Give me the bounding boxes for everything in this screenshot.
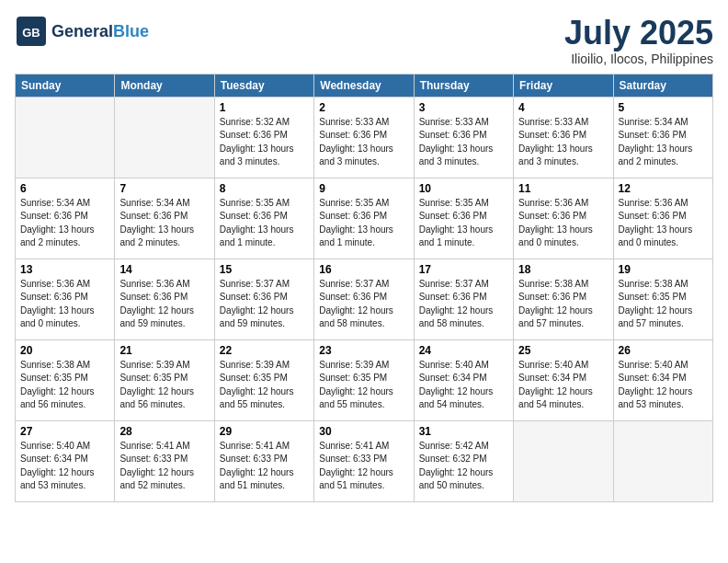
week-row-3: 13Sunrise: 5:36 AM Sunset: 6:36 PM Dayli… <box>16 259 713 339</box>
header-friday: Friday <box>514 74 613 97</box>
day-info: Sunrise: 5:41 AM Sunset: 6:33 PM Dayligh… <box>119 440 209 493</box>
day-info: Sunrise: 5:41 AM Sunset: 6:33 PM Dayligh… <box>220 440 309 493</box>
day-info: Sunrise: 5:34 AM Sunset: 6:36 PM Dayligh… <box>619 116 708 169</box>
calendar-cell: 2Sunrise: 5:33 AM Sunset: 6:36 PM Daylig… <box>314 97 414 178</box>
day-info: Sunrise: 5:35 AM Sunset: 6:36 PM Dayligh… <box>220 197 309 250</box>
calendar-cell <box>613 420 712 501</box>
day-number: 15 <box>220 263 309 276</box>
day-info: Sunrise: 5:39 AM Sunset: 6:35 PM Dayligh… <box>220 359 309 412</box>
calendar-cell: 29Sunrise: 5:41 AM Sunset: 6:33 PM Dayli… <box>214 420 313 501</box>
day-info: Sunrise: 5:34 AM Sunset: 6:36 PM Dayligh… <box>20 197 109 250</box>
day-info: Sunrise: 5:35 AM Sunset: 6:36 PM Dayligh… <box>319 197 408 250</box>
day-info: Sunrise: 5:37 AM Sunset: 6:36 PM Dayligh… <box>220 278 309 331</box>
week-row-4: 20Sunrise: 5:38 AM Sunset: 6:35 PM Dayli… <box>16 339 713 420</box>
day-number: 10 <box>419 182 508 195</box>
day-info: Sunrise: 5:36 AM Sunset: 6:36 PM Dayligh… <box>619 197 708 250</box>
logo-blue-text: Blue <box>113 22 149 40</box>
calendar-cell: 30Sunrise: 5:41 AM Sunset: 6:33 PM Dayli… <box>314 420 414 501</box>
day-number: 26 <box>619 344 708 357</box>
day-info: Sunrise: 5:41 AM Sunset: 6:33 PM Dayligh… <box>319 440 408 493</box>
calendar-cell: 16Sunrise: 5:37 AM Sunset: 6:36 PM Dayli… <box>314 259 414 339</box>
header-wednesday: Wednesday <box>314 74 414 97</box>
calendar-cell: 19Sunrise: 5:38 AM Sunset: 6:35 PM Dayli… <box>613 259 712 339</box>
location-text: Ilioilio, Ilocos, Philippines <box>564 52 713 66</box>
day-info: Sunrise: 5:40 AM Sunset: 6:34 PM Dayligh… <box>619 359 708 412</box>
day-number: 9 <box>319 182 408 195</box>
day-number: 24 <box>419 344 508 357</box>
calendar-cell: 8Sunrise: 5:35 AM Sunset: 6:36 PM Daylig… <box>214 178 313 259</box>
day-info: Sunrise: 5:42 AM Sunset: 6:32 PM Dayligh… <box>419 440 508 493</box>
logo-icon: GB <box>15 15 48 48</box>
calendar-cell: 20Sunrise: 5:38 AM Sunset: 6:35 PM Dayli… <box>16 339 115 420</box>
day-number: 30 <box>319 425 408 438</box>
page-header: GB GeneralBlue July 2025 Ilioilio, Iloco… <box>15 15 713 66</box>
calendar-cell: 1Sunrise: 5:32 AM Sunset: 6:36 PM Daylig… <box>214 97 313 178</box>
day-info: Sunrise: 5:33 AM Sunset: 6:36 PM Dayligh… <box>518 116 608 169</box>
day-info: Sunrise: 5:39 AM Sunset: 6:35 PM Dayligh… <box>319 359 408 412</box>
title-area: July 2025 Ilioilio, Ilocos, Philippines <box>564 15 713 66</box>
day-number: 17 <box>419 263 508 276</box>
day-number: 16 <box>319 263 408 276</box>
day-info: Sunrise: 5:36 AM Sunset: 6:36 PM Dayligh… <box>20 278 109 331</box>
day-info: Sunrise: 5:39 AM Sunset: 6:35 PM Dayligh… <box>119 359 209 412</box>
day-info: Sunrise: 5:36 AM Sunset: 6:36 PM Dayligh… <box>119 278 209 331</box>
day-number: 12 <box>619 182 708 195</box>
calendar-cell: 15Sunrise: 5:37 AM Sunset: 6:36 PM Dayli… <box>214 259 313 339</box>
day-number: 11 <box>518 182 608 195</box>
calendar-cell: 22Sunrise: 5:39 AM Sunset: 6:35 PM Dayli… <box>214 339 313 420</box>
day-number: 21 <box>119 344 209 357</box>
day-info: Sunrise: 5:38 AM Sunset: 6:35 PM Dayligh… <box>619 278 708 331</box>
week-row-1: 1Sunrise: 5:32 AM Sunset: 6:36 PM Daylig… <box>16 97 713 178</box>
day-info: Sunrise: 5:36 AM Sunset: 6:36 PM Dayligh… <box>518 197 608 250</box>
day-info: Sunrise: 5:35 AM Sunset: 6:36 PM Dayligh… <box>419 197 508 250</box>
calendar-cell <box>115 97 214 178</box>
day-number: 2 <box>319 101 408 114</box>
header-tuesday: Tuesday <box>214 74 313 97</box>
day-number: 1 <box>220 101 309 114</box>
header-sunday: Sunday <box>16 74 115 97</box>
day-number: 5 <box>619 101 708 114</box>
calendar-cell: 28Sunrise: 5:41 AM Sunset: 6:33 PM Dayli… <box>115 420 214 501</box>
day-info: Sunrise: 5:40 AM Sunset: 6:34 PM Dayligh… <box>20 440 109 493</box>
calendar-cell: 10Sunrise: 5:35 AM Sunset: 6:36 PM Dayli… <box>414 178 513 259</box>
day-number: 3 <box>419 101 508 114</box>
day-number: 6 <box>20 182 109 195</box>
day-info: Sunrise: 5:32 AM Sunset: 6:36 PM Dayligh… <box>220 116 309 169</box>
day-number: 14 <box>119 263 209 276</box>
calendar-cell: 25Sunrise: 5:40 AM Sunset: 6:34 PM Dayli… <box>514 339 613 420</box>
calendar-cell: 9Sunrise: 5:35 AM Sunset: 6:36 PM Daylig… <box>314 178 414 259</box>
calendar-cell: 4Sunrise: 5:33 AM Sunset: 6:36 PM Daylig… <box>514 97 613 178</box>
day-info: Sunrise: 5:37 AM Sunset: 6:36 PM Dayligh… <box>319 278 408 331</box>
calendar-cell: 14Sunrise: 5:36 AM Sunset: 6:36 PM Dayli… <box>115 259 214 339</box>
calendar-cell: 17Sunrise: 5:37 AM Sunset: 6:36 PM Dayli… <box>414 259 513 339</box>
day-number: 13 <box>20 263 109 276</box>
calendar-cell: 3Sunrise: 5:33 AM Sunset: 6:36 PM Daylig… <box>414 97 513 178</box>
calendar-cell: 24Sunrise: 5:40 AM Sunset: 6:34 PM Dayli… <box>414 339 513 420</box>
svg-text:GB: GB <box>22 26 40 40</box>
day-number: 27 <box>20 425 109 438</box>
day-number: 31 <box>419 425 508 438</box>
calendar-cell: 11Sunrise: 5:36 AM Sunset: 6:36 PM Dayli… <box>514 178 613 259</box>
calendar-cell: 5Sunrise: 5:34 AM Sunset: 6:36 PM Daylig… <box>613 97 712 178</box>
day-info: Sunrise: 5:38 AM Sunset: 6:35 PM Dayligh… <box>20 359 109 412</box>
week-row-5: 27Sunrise: 5:40 AM Sunset: 6:34 PM Dayli… <box>16 420 713 501</box>
day-number: 7 <box>119 182 209 195</box>
day-info: Sunrise: 5:34 AM Sunset: 6:36 PM Dayligh… <box>119 197 209 250</box>
logo: GB GeneralBlue <box>15 15 149 48</box>
calendar-header-row: Sunday Monday Tuesday Wednesday Thursday… <box>16 74 713 97</box>
header-thursday: Thursday <box>414 74 513 97</box>
calendar-cell: 21Sunrise: 5:39 AM Sunset: 6:35 PM Dayli… <box>115 339 214 420</box>
calendar-cell: 12Sunrise: 5:36 AM Sunset: 6:36 PM Dayli… <box>613 178 712 259</box>
day-info: Sunrise: 5:40 AM Sunset: 6:34 PM Dayligh… <box>419 359 508 412</box>
calendar-cell: 26Sunrise: 5:40 AM Sunset: 6:34 PM Dayli… <box>613 339 712 420</box>
day-info: Sunrise: 5:38 AM Sunset: 6:36 PM Dayligh… <box>518 278 608 331</box>
month-title: July 2025 <box>564 15 713 52</box>
day-number: 28 <box>119 425 209 438</box>
week-row-2: 6Sunrise: 5:34 AM Sunset: 6:36 PM Daylig… <box>16 178 713 259</box>
header-monday: Monday <box>115 74 214 97</box>
logo-general-text: General <box>51 22 113 40</box>
calendar-cell <box>16 97 115 178</box>
day-number: 18 <box>518 263 608 276</box>
day-number: 25 <box>518 344 608 357</box>
day-number: 22 <box>220 344 309 357</box>
